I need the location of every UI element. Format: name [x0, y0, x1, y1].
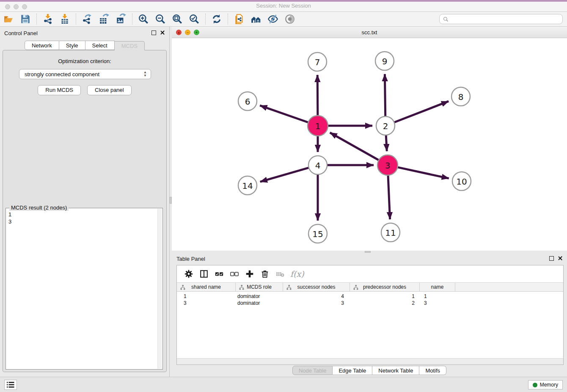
zoom-selected-button[interactable] [186, 13, 203, 25]
graph-edge-1-7[interactable] [317, 75, 318, 116]
show-column-panel-button[interactable] [196, 268, 212, 280]
graph-edge-2-3[interactable] [386, 134, 387, 151]
task-history-button[interactable] [4, 380, 17, 390]
graph-node-6[interactable]: 6 [238, 92, 257, 110]
toolbar-separator [132, 14, 132, 25]
column-header-predecessor-nodes[interactable]: predecessor nodes [350, 283, 420, 291]
toolbar-separator [36, 14, 37, 25]
graph-node-label: 9 [382, 56, 388, 66]
graph-node-1[interactable]: 1 [308, 116, 328, 136]
graph-node-label: 6 [245, 97, 250, 107]
graph-node-10[interactable]: 10 [452, 172, 471, 190]
deselect-all-button[interactable] [227, 268, 242, 280]
add-column-button[interactable] [242, 268, 257, 280]
control-panel-title: Control Panel [4, 30, 38, 36]
open-session-button[interactable] [0, 13, 17, 25]
column-header-shared-name[interactable]: shared name [177, 283, 236, 291]
graph-node-3[interactable]: 3 [377, 155, 398, 175]
close-panel-button[interactable]: Close panel [87, 85, 132, 95]
graph-edge-3-11[interactable] [388, 174, 390, 219]
graph-edge-2-9[interactable] [385, 74, 385, 117]
graph-node-9[interactable]: 9 [375, 52, 394, 70]
graph-node-label: 11 [385, 228, 396, 238]
graph-node-11[interactable]: 11 [381, 223, 400, 242]
tab-select[interactable]: Select [85, 41, 115, 50]
save-icon [20, 14, 31, 25]
column-header-successor-nodes[interactable]: successor nodes [283, 283, 350, 291]
search-input[interactable] [451, 16, 559, 22]
export-image-button[interactable] [113, 13, 129, 25]
export-image-icon [116, 14, 127, 25]
table-settings-button[interactable] [181, 268, 196, 280]
graph-node-4[interactable]: 4 [308, 156, 327, 174]
tab-style[interactable]: Style [59, 41, 85, 50]
graph-edge-1-6[interactable] [260, 105, 309, 123]
zoom-in-button[interactable] [135, 13, 152, 25]
tab-network[interactable]: Network [25, 41, 59, 50]
network-canvas[interactable]: 1234678910111415 [172, 38, 567, 251]
column-header-name[interactable]: name [420, 283, 455, 291]
graph-node-7[interactable]: 7 [308, 52, 327, 71]
graph-node-15[interactable]: 15 [308, 224, 327, 243]
table-row[interactable]: 1 dominator 4 1 1 [177, 293, 563, 300]
select-all-button[interactable] [212, 268, 227, 280]
titlebar-accent [0, 0, 567, 2]
zoom-fit-button[interactable] [169, 13, 186, 25]
column-header-mcds-role[interactable]: MCDS role [236, 283, 283, 291]
window-title: Session: New Session [0, 3, 567, 9]
memory-button[interactable]: Memory [528, 380, 563, 389]
import-network-button[interactable] [39, 13, 56, 25]
result-scrollbar[interactable] [157, 209, 162, 369]
graph-node-label: 10 [456, 177, 467, 187]
apply-function-button[interactable]: f(x) [290, 269, 304, 279]
houses-icon [250, 14, 261, 25]
export-table-button[interactable] [96, 13, 113, 25]
tab-mcds[interactable]: MCDS [115, 41, 145, 50]
save-session-button[interactable] [17, 13, 34, 25]
close-panel-icon[interactable] [558, 256, 563, 261]
tab-node-table[interactable]: Node Table [292, 366, 333, 375]
tab-network-table[interactable]: Network Table [372, 366, 419, 375]
graph-edge-3-10[interactable] [396, 167, 449, 179]
graph-edge-3-1[interactable] [330, 133, 380, 160]
clone-network-button[interactable] [231, 13, 248, 25]
apply-layout-button[interactable] [208, 13, 225, 25]
mcds-result-lines: 1 3 [8, 211, 11, 225]
tab-motifs[interactable]: Motifs [419, 366, 446, 375]
main-toolbar [0, 12, 567, 27]
control-panel-tabs: Network Style Select MCDS [0, 41, 169, 50]
tree-icon [353, 285, 358, 290]
float-panel-icon[interactable] [151, 30, 156, 35]
close-panel-icon[interactable] [160, 30, 165, 35]
run-mcds-button[interactable]: Run MCDS [38, 85, 81, 95]
table-row[interactable]: 3 dominator 3 2 3 [177, 300, 563, 306]
graph-node-8[interactable]: 8 [451, 87, 470, 106]
table-horizontal-scrollbar[interactable] [177, 358, 563, 364]
search-icon [443, 17, 449, 22]
show-all-button[interactable] [281, 13, 298, 25]
graph-node-label: 1 [315, 121, 321, 131]
tree-icon [286, 285, 292, 290]
graph-edge-4-14[interactable] [260, 168, 310, 182]
import-table-button[interactable] [56, 13, 73, 25]
network-window-titlebar[interactable]: x − + scc.txt [172, 27, 567, 38]
delete-table-button[interactable] [272, 268, 288, 280]
graph-node-14[interactable]: 14 [238, 176, 257, 195]
criterion-select[interactable]: strongly connected component ▲▼ [19, 69, 151, 79]
global-search[interactable] [439, 14, 563, 24]
import-network-icon [42, 14, 53, 25]
columns-icon [199, 269, 209, 279]
plus-icon [245, 269, 254, 279]
tab-edge-table[interactable]: Edge Table [333, 366, 372, 375]
export-network-button[interactable] [79, 13, 96, 25]
graph-node-2[interactable]: 2 [376, 116, 395, 135]
mcds-result-box[interactable]: MCDS result (2 nodes) 1 3 [6, 208, 163, 370]
divider-handle[interactable] [365, 251, 371, 253]
delete-column-button[interactable] [257, 268, 272, 280]
float-panel-icon[interactable] [549, 256, 554, 261]
toolbar-separator [228, 14, 228, 25]
first-neighbors-button[interactable] [248, 13, 264, 25]
graph-edge-2-8[interactable] [394, 101, 449, 123]
zoom-out-button[interactable] [152, 13, 169, 25]
hide-selected-button[interactable] [264, 13, 281, 25]
